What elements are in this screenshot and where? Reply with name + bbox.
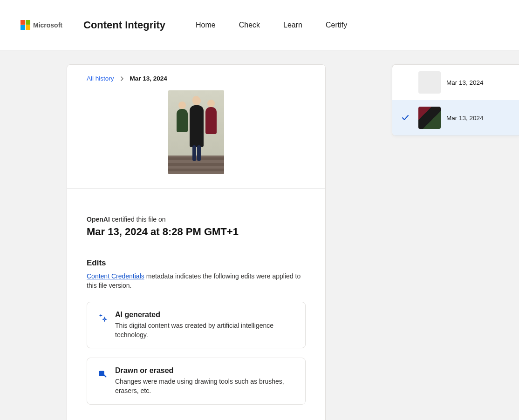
card-preview-section: All history Mar 13, 2024 [67,65,325,189]
detail-card: All history Mar 13, 2024 OpenAI certifie… [67,64,326,420]
history-thumb-placeholder [418,71,441,94]
edits-heading: Edits [87,258,306,268]
edit-desc: This digital content was created by arti… [115,321,296,340]
logo-sq-br [26,25,30,30]
file-preview-image [168,90,224,174]
brush-icon [97,368,108,379]
history-thumb [418,107,441,129]
nav-check[interactable]: Check [239,21,260,29]
nav-learn[interactable]: Learn [283,21,302,29]
logo-sq-tl [20,20,25,25]
brand-name: Microsoft [33,21,62,29]
certification-line: OpenAI certified this file on [87,216,306,223]
breadcrumb: All history Mar 13, 2024 [87,75,306,82]
history-item[interactable]: Mar 13, 2024 [392,65,519,100]
primary-nav: Home Check Learn Certify [196,21,347,29]
edit-desc: Changes were made using drawing tools su… [115,377,296,396]
edits-intro: Content Credentials metadata indicates t… [87,271,306,291]
app-title: Content Integrity [83,19,165,31]
nav-home[interactable]: Home [196,21,216,29]
certification-issuer: OpenAI [87,216,110,223]
edit-title: Drawn or erased [115,366,296,375]
breadcrumb-current: Mar 13, 2024 [130,75,167,82]
page-body: All history Mar 13, 2024 OpenAI certifie… [0,50,519,420]
logo-sq-bl [20,25,25,30]
sparkle-icon [97,312,108,323]
history-side-panel: Mar 13, 2024 Mar 13, 2024 [392,64,519,136]
brand-logo: Microsoft [20,20,62,30]
card-details-section: OpenAI certified this file on Mar 13, 20… [67,189,325,420]
content-credentials-link[interactable]: Content Credentials [87,272,144,280]
certification-datetime: Mar 13, 2024 at 8:28 PM GMT+1 [87,226,306,238]
app-header: Microsoft Content Integrity Home Check L… [0,0,519,50]
edit-item-drawn-erased: Drawn or erased Changes were made using … [87,358,306,405]
breadcrumb-root-link[interactable]: All history [87,75,114,82]
history-item-selected[interactable]: Mar 13, 2024 [392,100,519,135]
preview-wrap [87,90,306,174]
edit-title: AI generated [115,311,296,319]
svg-rect-0 [99,371,104,376]
history-date: Mar 13, 2024 [446,79,484,86]
chevron-right-icon [120,76,124,81]
certification-suffix: certified this file on [110,216,166,223]
nav-certify[interactable]: Certify [326,21,347,29]
microsoft-logo-icon [20,20,30,30]
edit-item-ai-generated: AI generated This digital content was cr… [87,302,306,349]
logo-sq-tr [26,20,30,25]
check-icon [401,113,410,122]
history-date: Mar 13, 2024 [446,115,484,122]
